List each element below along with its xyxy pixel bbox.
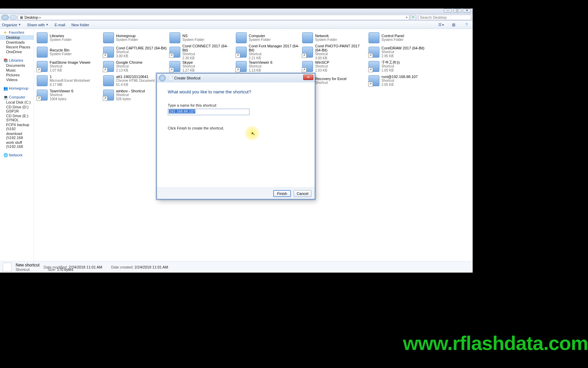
dialog-titlebar[interactable]: 📄 Create Shortcut ✕ (157, 74, 315, 82)
file-item[interactable]: root@192.168.88.107 Shortcut 2.05 KB (367, 74, 434, 88)
file-type: Shortcut (315, 81, 346, 85)
chevron-down-icon[interactable]: ▾ (406, 16, 408, 19)
file-icon (37, 61, 48, 72)
file-item[interactable]: Control Panel System Folder (367, 31, 434, 45)
file-item[interactable]: Libraries System Folder (35, 31, 102, 45)
nav-recent-places[interactable]: Recent Places (0, 45, 34, 49)
file-name: att1-180210110641 (116, 75, 155, 79)
nav-pictures[interactable]: Pictures (0, 73, 34, 77)
file-type: Shortcut (50, 64, 91, 68)
file-icon (169, 61, 180, 72)
file-size: 1.13 KB (249, 68, 273, 73)
preview-pane-button[interactable]: ▥ (452, 22, 459, 28)
new-folder-button[interactable]: New folder (71, 23, 89, 27)
nav-drive[interactable]: Local Disk (C:) (0, 100, 34, 105)
finish-button[interactable]: Finish (273, 190, 291, 197)
file-name: 千牛工作台 (381, 60, 400, 64)
maximize-button[interactable]: ▢ (453, 9, 461, 13)
nav-drive[interactable]: work stuff (\\192.168 (0, 140, 34, 149)
email-button[interactable]: E-mail (54, 23, 65, 27)
file-item[interactable]: Homegroup System Folder (102, 31, 168, 45)
file-size: 3.00 KB (116, 54, 167, 58)
nav-videos[interactable]: Videos (0, 77, 34, 82)
window-titlebar[interactable]: — ▢ ✕ (0, 9, 473, 14)
file-item[interactable]: Skype Shortcut 1.27 KB (168, 60, 234, 73)
nav-downloads[interactable]: Downloads (0, 40, 34, 45)
file-item[interactable]: Corel PHOTO-PAINT 2017 (64-Bit) Shortcut… (301, 45, 367, 59)
nav-drive[interactable]: CD Drive (D:) GSP1R (0, 105, 34, 113)
file-icon (103, 75, 114, 86)
view-options-button[interactable]: ☰▼ (438, 22, 445, 28)
dialog-hint: Click Finish to create the shortcut. (168, 126, 304, 130)
nav-desktop[interactable]: Desktop (0, 35, 34, 40)
file-item[interactable]: 1 Microsoft Excel Worksheet 8.17 MB (35, 74, 102, 88)
close-button[interactable]: ✕ (463, 9, 471, 13)
file-name: Skype (182, 60, 195, 64)
nav-libraries-header[interactable]: 📚Libraries (0, 58, 34, 63)
file-type: Shortcut (182, 64, 195, 68)
file-item[interactable]: NS System Folder (168, 31, 234, 45)
file-type: Shortcut (249, 64, 273, 68)
file-item[interactable]: Corel CONNECT 2017 (64-Bit) Shortcut 2.3… (168, 45, 234, 59)
file-icon (369, 32, 379, 43)
dialog-back-button[interactable] (159, 75, 166, 81)
file-type: Shortcut (315, 64, 329, 68)
file-item[interactable]: WinSCP Shortcut 1.03 KB (301, 60, 367, 73)
nav-drive[interactable]: FCPX backup (\\192 (0, 122, 34, 131)
nav-computer-header[interactable]: 💻Computer (0, 94, 34, 100)
refresh-button[interactable]: ⟳ (410, 15, 416, 20)
file-name: 1 (50, 75, 90, 79)
file-icon (236, 32, 247, 43)
nav-homegroup-header[interactable]: 👥Homegroup (0, 86, 34, 91)
file-name: Control Panel (381, 34, 404, 38)
dialog-close-button[interactable]: ✕ (303, 75, 313, 80)
nav-network-header[interactable]: 🌐Network (0, 152, 34, 158)
file-item[interactable]: 千牛工作台 Shortcut 1.05 KB (367, 60, 434, 73)
file-item[interactable]: Recycle Bin System Folder (35, 45, 102, 59)
file-item[interactable]: Google Chrome Shortcut 2.13 KB (102, 60, 168, 73)
file-type: Microsoft Excel Worksheet (50, 79, 90, 83)
nav-documents[interactable]: Documents (0, 63, 34, 68)
file-type: Shortcut (249, 52, 299, 56)
share-with-menu[interactable]: Share with▼ (27, 23, 49, 27)
navigation-pane[interactable]: ★Favorites Desktop Downloads Recent Plac… (0, 29, 34, 261)
file-item[interactable]: FastStone Image Viewer Shortcut 1.07 KB (35, 60, 102, 73)
dialog-title: Create Shortcut (174, 76, 200, 80)
file-size: 2.13 KB (116, 68, 143, 73)
file-item[interactable]: TeamViewer 6 Shortcut 1004 bytes (35, 88, 102, 102)
file-item[interactable]: Network System Folder (301, 31, 367, 45)
minimize-button[interactable]: — (444, 9, 452, 13)
nav-back-button[interactable] (1, 15, 9, 20)
nav-drive[interactable]: CD Drive (E:) SYNOL (0, 113, 34, 122)
cancel-button[interactable]: Cancel (294, 190, 311, 197)
file-item[interactable]: Corel Font Manager 2017 (64-Bit) Shortcu… (234, 45, 301, 59)
file-name: Libraries (50, 34, 71, 38)
file-icon (236, 47, 247, 58)
nav-drive[interactable]: download (\\192.168 (0, 131, 34, 140)
file-name: Corel CAPTURE 2017 (64-Bit) (116, 46, 167, 50)
file-item[interactable]: CorelDRAW 2017 (64-Bit) Shortcut 2.95 KB (367, 45, 434, 59)
file-name: TeamViewer 6 (249, 60, 273, 64)
file-name: Recycle Bin (50, 48, 71, 52)
address-bar: 🖥 Desktop ▸ ▾ ⟳ (0, 14, 473, 21)
chevron-right-icon[interactable]: ▸ (39, 16, 41, 19)
nav-forward-button[interactable] (10, 15, 17, 20)
organize-menu[interactable]: Organize▼ (2, 23, 21, 27)
file-size: 2.95 KB (381, 54, 424, 58)
file-name: winbox - Shortcut (116, 89, 145, 93)
file-size: 1.05 KB (381, 68, 400, 73)
file-item[interactable]: Corel CAPTURE 2017 (64-Bit) Shortcut 3.0… (102, 45, 168, 59)
nav-onedrive[interactable]: OneDrive (0, 49, 34, 54)
file-item[interactable]: TeamViewer 6 Shortcut 1.13 KB (234, 60, 301, 73)
help-button[interactable]: ? (465, 22, 473, 28)
file-item[interactable]: Computer System Folder (234, 31, 301, 45)
file-size: 51.4 KB (116, 83, 155, 87)
shortcut-name-input[interactable]: 192.168.88.107 (168, 109, 249, 115)
breadcrumb[interactable]: 🖥 Desktop ▸ ▾ (18, 15, 409, 20)
nav-music[interactable]: Music (0, 68, 34, 73)
nav-favorites-header[interactable]: ★Favorites (0, 30, 34, 35)
file-name: Corel PHOTO-PAINT 2017 (64-Bit) (315, 44, 366, 52)
search-input[interactable] (418, 15, 471, 20)
watermark: www.rflashdata.com (403, 332, 588, 354)
file-icon (37, 90, 48, 101)
